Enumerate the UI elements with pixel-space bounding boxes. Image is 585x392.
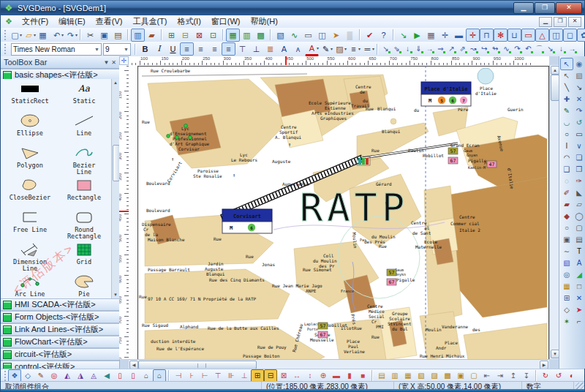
align-bottom-button[interactable]: ⊥	[238, 369, 251, 382]
connector-tool-13[interactable]: ↷	[512, 43, 523, 55]
snap-object-button[interactable]: ⊓	[480, 29, 494, 42]
snap-angle-button[interactable]: ✻	[494, 29, 507, 42]
group-header-hmi-scada[interactable]: HMI SCADA-<评估版>	[1, 298, 119, 311]
delete-tool[interactable]: ✕	[573, 292, 585, 304]
send-back-button[interactable]: ▥	[388, 369, 401, 382]
handle-tool[interactable]: ▭	[573, 128, 585, 140]
align-left-button[interactable]: ≡	[180, 42, 194, 56]
oval-tool[interactable]: ◯	[573, 210, 585, 222]
connector-tool-4[interactable]: ⇓	[413, 43, 424, 55]
map-canvas[interactable]: RATP Rue Croulebarb	[137, 66, 549, 359]
cloud-tool[interactable]: ◌	[560, 175, 573, 187]
connector-tool-16[interactable]: ↘	[545, 43, 556, 55]
width-button[interactable]: ▬	[330, 369, 343, 382]
font-size-select[interactable]: 9 ▼	[103, 43, 131, 56]
lock-button[interactable]: ⌂	[140, 369, 153, 382]
rect-mode-button[interactable]: ▭	[521, 29, 535, 42]
grid-toggle-button[interactable]: ▦	[424, 29, 438, 42]
toolbar-grip3[interactable]	[4, 371, 6, 381]
clipboard-view-button[interactable]: ▥	[131, 29, 145, 42]
bubble-tool[interactable]: ❑	[560, 163, 573, 176]
align-justify-button[interactable]: ≡	[222, 42, 235, 56]
doc-close-button[interactable]: ✕	[568, 17, 581, 27]
align-left-button[interactable]: ⊣	[172, 369, 185, 382]
fill-red-button[interactable]: ■	[356, 369, 369, 382]
weld-button[interactable]: ▣	[454, 369, 467, 382]
polygon-tool[interactable]: ◇	[560, 304, 573, 316]
snap-grid-button[interactable]: ✛	[466, 29, 480, 42]
toolbar-grip2[interactable]	[4, 44, 9, 54]
connector-tool-9[interactable]: ↝	[468, 43, 479, 55]
menu-item-查看[interactable]: 查看(V)	[91, 16, 128, 26]
view-code-button[interactable]: ▩	[254, 29, 268, 42]
toolbox-item-arc-line[interactable]: Arc Line	[3, 272, 57, 298]
minimize-button[interactable]: ▁	[513, 2, 534, 14]
image-tool[interactable]: ▧	[560, 257, 573, 269]
flip-v-button[interactable]: ◭	[61, 369, 74, 382]
toolbox-close-icon[interactable]: ✕	[111, 59, 116, 66]
group-button[interactable]: ❖	[8, 369, 21, 382]
toolbox-item-round-rectangle[interactable]: Round Rectangle	[57, 208, 111, 240]
combine-button[interactable]: ▨	[428, 369, 441, 382]
vertical-scrollbar[interactable]: ▲ ▼	[549, 65, 559, 359]
toolbox-item-rectangle[interactable]: Rectangle	[57, 176, 111, 208]
underline-button[interactable]: U	[166, 42, 180, 56]
nudge-down-button[interactable]: ↧	[520, 369, 533, 382]
pencil-tool[interactable]: ✎	[560, 105, 573, 117]
empty-rect-tool[interactable]: ▱	[573, 198, 585, 211]
menu-item-帮助[interactable]: 帮助(H)	[246, 16, 283, 26]
copy-button[interactable]: ▣	[97, 29, 111, 42]
toolbox-item-closebezier[interactable]: CloseBezier	[3, 176, 57, 208]
connector-tool-6[interactable]: ⇒	[435, 43, 446, 55]
same-width-button[interactable]: ⊞	[251, 369, 264, 382]
drawing-canvas[interactable]: RATP Rue Croulebarb	[129, 65, 549, 359]
menu-item-窗口[interactable]: 窗口(W)	[206, 16, 246, 26]
circle-tool[interactable]: ○	[560, 222, 573, 234]
box-tool[interactable]: □	[573, 280, 585, 293]
select-tool[interactable]: ↖	[560, 58, 573, 70]
doc-restore-button[interactable]: ❐	[554, 17, 567, 27]
menu-item-格式[interactable]: 格式(I)	[172, 16, 205, 26]
rotate-cw-button[interactable]: ↻	[539, 369, 552, 382]
rotate-180-button[interactable]: ◐	[565, 369, 578, 382]
connector-tool-12[interactable]: ∿	[501, 43, 512, 55]
arrow-red-tool[interactable]: ➤	[573, 304, 585, 316]
freeline-tool[interactable]: ∼	[560, 245, 573, 257]
align-center-h-button[interactable]: ⊦	[185, 369, 198, 382]
maximize-button[interactable]: ❐	[535, 2, 555, 14]
styled-text-tool[interactable]: A	[573, 257, 585, 269]
cut-button[interactable]: ✂	[83, 29, 97, 42]
font-grow-button[interactable]: A	[277, 42, 291, 56]
gear-button[interactable]: ✿	[577, 29, 585, 42]
scroll-thumb[interactable]	[113, 145, 119, 181]
align-bottom-button[interactable]: ⊥	[249, 42, 263, 56]
rotate-left-button[interactable]: ◮	[74, 369, 87, 382]
wedge-tool[interactable]: ◣	[573, 186, 585, 199]
globe-tool[interactable]: ◎	[560, 268, 573, 281]
center-page-button[interactable]: ⊕	[317, 369, 330, 382]
tag-button[interactable]: ➤	[329, 29, 343, 42]
toolbar-grip[interactable]	[4, 30, 6, 40]
ellipse-tool[interactable]: ○	[560, 128, 573, 140]
ruler-origin-button[interactable]: ✛	[119, 56, 129, 65]
italic-button[interactable]: I	[152, 42, 166, 56]
frame-mode-button[interactable]: ◻	[563, 29, 577, 42]
blob-tool[interactable]: ▤	[573, 233, 585, 246]
arc-tool[interactable]: ◠	[560, 151, 573, 164]
align-top-button[interactable]: ⊤	[235, 42, 249, 56]
brush-style-button[interactable]: ✎	[34, 369, 48, 382]
align-center-button[interactable]: ≡	[194, 42, 208, 56]
scale-tool[interactable]: ✕	[573, 93, 585, 105]
layout-button[interactable]: ▬	[452, 29, 466, 42]
view-grid-button[interactable]: ▦	[226, 29, 240, 42]
ungroup-button[interactable]: ◇	[21, 369, 34, 382]
toolbox-item-staticrect[interactable]: StaticRect	[3, 79, 57, 111]
green-wedge-tool[interactable]: ◢	[573, 268, 585, 281]
rect-node-tool[interactable]: ❏	[573, 151, 585, 164]
polyline-tool[interactable]: ∨	[573, 140, 585, 152]
toolbox-item-ellipse[interactable]: Ellipse	[3, 111, 57, 143]
delete-table-button[interactable]: ⊠	[192, 29, 206, 42]
align-top-button[interactable]: ⊤	[211, 369, 224, 382]
image-button[interactable]: ▧	[273, 29, 287, 42]
zoom-tool[interactable]: ◉	[573, 58, 585, 70]
